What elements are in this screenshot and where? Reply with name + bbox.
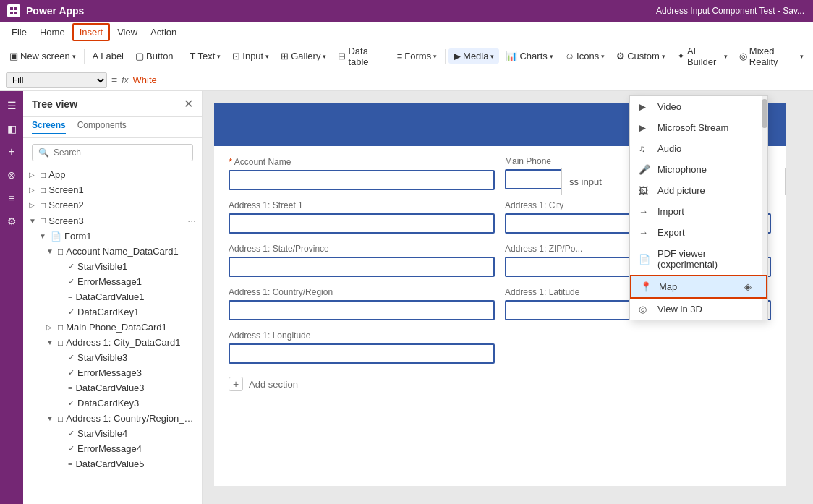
dropdown-item-stream[interactable]: ▶ Microsoft Stream bbox=[630, 117, 767, 138]
tree-item-country-datacard[interactable]: ▼ □ Address 1: Country/Region_DataC... bbox=[23, 411, 202, 426]
dropdown-item-export[interactable]: → Export bbox=[630, 222, 767, 243]
sidebar-icon-layers[interactable]: ◧ bbox=[1, 119, 22, 139]
toolbar-ai-builder[interactable]: ✦ AI Builder ▾ bbox=[672, 43, 733, 69]
tree-item-city-datacard[interactable]: ▼ □ Address 1: City_DataCard1 bbox=[23, 335, 202, 350]
city-icon: □ bbox=[58, 338, 63, 348]
tree-item-starvisible4[interactable]: ✓ StarVisible4 bbox=[23, 426, 202, 441]
tree-item-mainphone-datacard[interactable]: ▷ □ Main Phone_DataCard1 bbox=[23, 320, 202, 335]
menu-home[interactable]: Home bbox=[34, 24, 71, 40]
toolbar-input[interactable]: ⊡ Input ▾ bbox=[227, 48, 274, 64]
custom-chevron: ▾ bbox=[662, 53, 665, 60]
tree-item-app[interactable]: ▷ □ App bbox=[23, 167, 202, 182]
formula-value: White bbox=[133, 74, 157, 85]
tree-item-datacardkey3[interactable]: ✓ DataCardKey3 bbox=[23, 396, 202, 411]
err3-label: ErrorMessage3 bbox=[77, 367, 196, 378]
dropdown-item-video[interactable]: ▶ Video bbox=[630, 96, 767, 117]
err4-icon: ✓ bbox=[68, 444, 75, 453]
sidebar-icon-settings[interactable]: ⚙ bbox=[1, 211, 22, 231]
toolbar-text[interactable]: T Text ▾ bbox=[185, 48, 226, 64]
dropdown-item-import[interactable]: → Import bbox=[630, 201, 767, 222]
add-section-label: Add section bbox=[249, 379, 298, 390]
menu-view[interactable]: View bbox=[111, 24, 143, 40]
tree-item-form1[interactable]: ▼ 📄 Form1 bbox=[23, 228, 202, 244]
pdf-icon: 📄 bbox=[639, 254, 650, 265]
toolbar-datatable[interactable]: ⊟ Data table bbox=[333, 43, 390, 69]
field-state-input[interactable] bbox=[229, 257, 495, 277]
menu-action[interactable]: Action bbox=[145, 24, 182, 40]
sidebar-icon-add[interactable]: + bbox=[1, 142, 22, 162]
tree-item-starvisible3[interactable]: ✓ StarVisible3 bbox=[23, 350, 202, 365]
tree-item-datacardvalue1[interactable]: ≡ DataCardValue1 bbox=[23, 289, 202, 304]
field-account-name-input[interactable] bbox=[229, 170, 495, 190]
err1-label: ErrorMessage1 bbox=[77, 276, 196, 287]
sidebar-icon-data[interactable]: ⊗ bbox=[1, 165, 22, 185]
screen3-icon: □ bbox=[41, 215, 46, 226]
toolbar-icons[interactable]: ☺ Icons ▾ bbox=[560, 48, 610, 64]
microphone-label: Microphone bbox=[657, 164, 707, 175]
tree-item-account-name-datacard[interactable]: ▼ □ Account Name_DataCard1 bbox=[23, 244, 202, 259]
toolbar-forms[interactable]: ≡ Forms ▾ bbox=[392, 48, 442, 64]
tree-item-errormessage3[interactable]: ✓ ErrorMessage3 bbox=[23, 365, 202, 380]
toolbar-label[interactable]: A Label bbox=[88, 48, 129, 64]
sidebar-icon-menu[interactable]: ☰ bbox=[1, 95, 22, 116]
dcv1-label: DataCardValue1 bbox=[75, 291, 196, 302]
err4-label: ErrorMessage4 bbox=[77, 443, 196, 454]
icons-label: Icons bbox=[576, 51, 599, 61]
toolbar-custom[interactable]: ⚙ Custom ▾ bbox=[611, 48, 671, 64]
tree-item-datacardkey1[interactable]: ✓ DataCardKey1 bbox=[23, 304, 202, 320]
dropdown-item-map[interactable]: 📍 Map ◈ bbox=[630, 275, 767, 299]
address-input-text: ss input bbox=[569, 176, 602, 187]
field-country-input[interactable] bbox=[229, 300, 495, 320]
phone-icon: □ bbox=[58, 323, 63, 333]
sidebar-icon-variable[interactable]: ≡ bbox=[1, 188, 22, 208]
svg-rect-2 bbox=[10, 12, 13, 14]
menu-file[interactable]: File bbox=[6, 24, 33, 40]
tree-item-errormessage4[interactable]: ✓ ErrorMessage4 bbox=[23, 441, 202, 456]
tree-item-screen2[interactable]: ▷ □ Screen2 bbox=[23, 197, 202, 213]
screen3-more[interactable]: ··· bbox=[187, 215, 196, 226]
tree-item-screen1[interactable]: ▷ □ Screen1 bbox=[23, 182, 202, 197]
field-street1-input[interactable] bbox=[229, 213, 495, 234]
toolbar-charts[interactable]: 📊 Charts ▾ bbox=[501, 48, 558, 64]
forms-chevron: ▾ bbox=[433, 53, 437, 60]
separator2 bbox=[182, 49, 182, 64]
app-expand: ▷ bbox=[29, 171, 38, 179]
app-title-right: Address Input Component Test - Sav... bbox=[656, 6, 804, 16]
view3d-label: View in 3D bbox=[657, 304, 702, 315]
tab-components[interactable]: Components bbox=[77, 120, 127, 134]
toolbar-gallery[interactable]: ⊞ Gallery ▾ bbox=[276, 48, 331, 64]
tree-item-datacardvalue3[interactable]: ≡ DataCardValue3 bbox=[23, 380, 202, 396]
dropdown-item-microphone[interactable]: 🎤 Microphone bbox=[630, 159, 767, 180]
toolbar-new-screen[interactable]: ▣ New screen ▾ bbox=[4, 48, 81, 64]
tab-screens[interactable]: Screens bbox=[32, 120, 66, 134]
field-longitude: Address 1: Longitude bbox=[229, 330, 495, 364]
screen1-expand: ▷ bbox=[29, 186, 38, 194]
phone-label: Main Phone_DataCard1 bbox=[66, 322, 196, 333]
toolbar-media[interactable]: ▶ Media ▾ bbox=[448, 48, 499, 64]
toolbar-button[interactable]: ▢ Button bbox=[130, 48, 179, 64]
formula-fill-select[interactable]: Fill bbox=[6, 72, 107, 88]
country-icon: □ bbox=[58, 414, 63, 424]
tree-item-screen3[interactable]: ▼ □ Screen3 ··· bbox=[23, 213, 202, 228]
dropdown-item-view3d[interactable]: ◎ View in 3D bbox=[630, 299, 767, 320]
export-label: Export bbox=[657, 227, 685, 238]
menu-insert[interactable]: Insert bbox=[72, 23, 111, 41]
tree-item-errormessage1[interactable]: ✓ ErrorMessage1 bbox=[23, 274, 202, 289]
toolbar-mixed-reality[interactable]: ◎ Mixed Reality ▾ bbox=[734, 43, 809, 69]
button-icon: ▢ bbox=[135, 51, 144, 61]
tree-search-input[interactable] bbox=[54, 148, 187, 158]
svg-rect-1 bbox=[14, 7, 17, 10]
dropdown-item-pdf[interactable]: 📄 PDF viewer (experimental) bbox=[630, 243, 767, 275]
dck3-label: DataCardKey3 bbox=[77, 398, 196, 409]
forms-icon: ≡ bbox=[397, 51, 403, 61]
add-section[interactable]: + Add section bbox=[229, 374, 771, 394]
dropdown-item-addpicture[interactable]: 🖼 Add picture bbox=[630, 180, 767, 201]
tree-item-starvisible1[interactable]: ✓ StarVisible1 bbox=[23, 259, 202, 274]
tree-view-close[interactable]: ✕ bbox=[184, 97, 193, 111]
pdf-label: PDF viewer (experimental) bbox=[657, 248, 759, 270]
dropdown-item-audio[interactable]: ♫ Audio bbox=[630, 138, 767, 159]
account-expand: ▼ bbox=[46, 247, 55, 255]
tree-item-datacardvalue5[interactable]: ≡ DataCardValue5 bbox=[23, 456, 202, 471]
field-longitude-input[interactable] bbox=[229, 343, 495, 364]
icons-chevron: ▾ bbox=[601, 53, 605, 60]
